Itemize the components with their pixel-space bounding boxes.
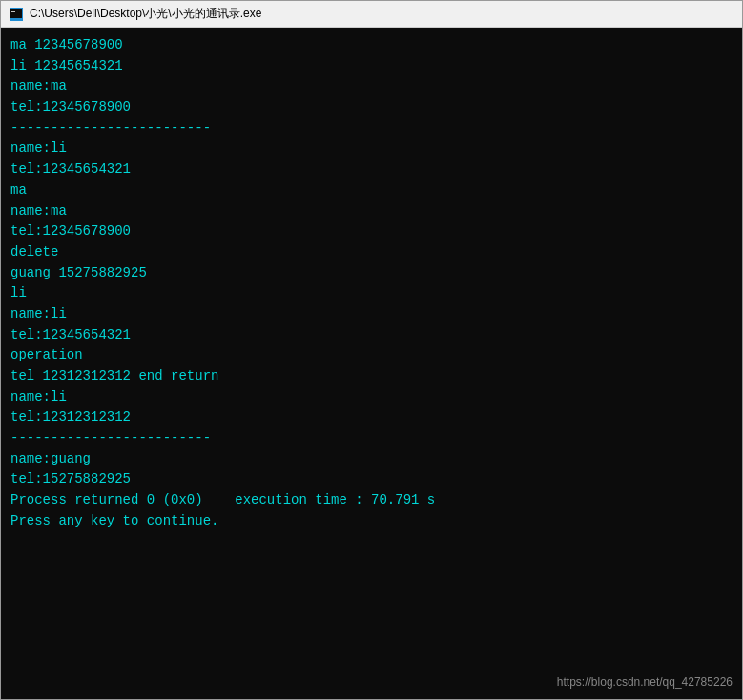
footer-link: https://blog.csdn.net/qq_42785226 — [557, 673, 733, 691]
console-line: name:li — [10, 304, 733, 325]
console-line: ------------------------- — [10, 118, 733, 139]
console-line: tel 12312312312 end return — [10, 366, 733, 387]
window: C:\Users\Dell\Desktop\小光\小光的通讯录.exe ma 1… — [0, 0, 743, 700]
console-line: tel:12345654321 — [10, 159, 733, 180]
console-line: ------------------------- — [10, 428, 733, 449]
console-line: li — [10, 283, 733, 304]
console-output: ma 12345678900li 12345654321name:matel:1… — [1, 28, 742, 699]
console-line: guang 15275882925 — [10, 263, 733, 284]
console-line: name:ma — [10, 201, 733, 222]
svg-rect-3 — [11, 11, 15, 12]
console-line: tel:12345678900 — [10, 97, 733, 118]
console-icon — [9, 7, 24, 22]
title-bar: C:\Users\Dell\Desktop\小光\小光的通讯录.exe — [1, 1, 742, 28]
console-line: tel:12345654321 — [10, 325, 733, 346]
console-line: li 12345654321 — [10, 56, 733, 77]
console-line: name:li — [10, 138, 733, 159]
console-line: name:li — [10, 387, 733, 408]
console-line: delete — [10, 242, 733, 263]
console-line: Press any key to continue. — [10, 511, 733, 532]
console-line: operation — [10, 345, 733, 366]
console-line: Process returned 0 (0x0) execution time … — [10, 490, 733, 511]
console-line: ma 12345678900 — [10, 35, 733, 56]
console-line: name:ma — [10, 76, 733, 97]
console-line: tel:15275882925 — [10, 469, 733, 490]
console-line: tel:12312312312 — [10, 407, 733, 428]
console-line: ma — [10, 180, 733, 201]
console-line: name:guang — [10, 449, 733, 470]
console-line: tel:12345678900 — [10, 221, 733, 242]
svg-rect-2 — [11, 10, 17, 10]
title-bar-text: C:\Users\Dell\Desktop\小光\小光的通讯录.exe — [30, 6, 261, 22]
